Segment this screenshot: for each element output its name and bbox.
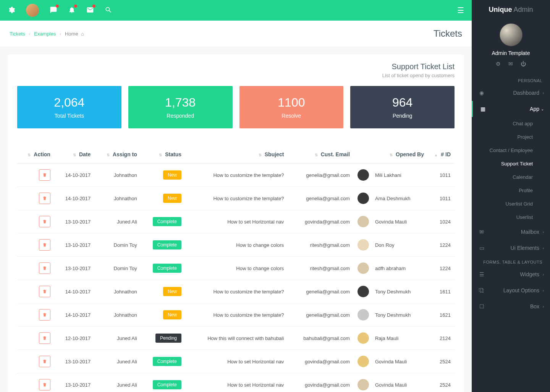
sort-icon: ⇅ — [159, 153, 162, 157]
user-avatar[interactable] — [26, 4, 39, 17]
stat-label: Total Tickets — [23, 113, 116, 119]
mail-icon[interactable] — [86, 6, 94, 15]
table-row: 1011Mili Lakhanigenelia@gmail.com?How to… — [17, 164, 455, 187]
subnav-item[interactable]: Contact / Employee — [472, 144, 550, 157]
notification-dot — [56, 5, 59, 8]
box-icon: ☐ — [478, 303, 485, 309]
cell-opener: Mili Lakhani — [354, 164, 428, 187]
delete-button[interactable] — [39, 286, 50, 297]
stat-value: 1,738 — [134, 96, 227, 110]
nav-widgets[interactable]: ‹ Widgets ☰ — [472, 266, 550, 282]
sidebar: Unique Admin Admin Template ⏻ ✉ ⚙ PERSON… — [472, 0, 550, 392]
subnav-item[interactable]: Project — [472, 130, 550, 144]
mail-icon[interactable]: ✉ — [508, 61, 513, 67]
column-header[interactable]: Date ⇅ — [54, 146, 94, 164]
table-row: 1024Govinda Mauligovinda@gmail.comHow to… — [17, 210, 455, 233]
chat-icon[interactable] — [50, 6, 57, 15]
avatar — [358, 379, 369, 390]
menu-toggle-icon[interactable]: ☰ — [457, 6, 464, 15]
notification-dot — [74, 5, 77, 8]
cell-id: 2124 — [428, 327, 455, 350]
cell-opener: Govinda Mauli — [354, 350, 428, 373]
delete-button[interactable] — [39, 356, 50, 367]
cell-assign: Johnathon — [94, 187, 141, 210]
subnav-item[interactable]: Userlist — [472, 211, 550, 224]
column-header[interactable]: Opened By ⇅ — [354, 146, 428, 164]
subnav-item[interactable]: Userlist Grid — [472, 197, 550, 211]
table-row: 1611Tony Deshmukhgenelia@gmail.com?How t… — [17, 280, 455, 303]
delete-button[interactable] — [39, 216, 50, 227]
profile-avatar[interactable] — [500, 23, 522, 46]
cell-date: 14-10-2017 — [54, 280, 94, 303]
list-icon: ☰ — [478, 271, 485, 277]
nav-layout-options[interactable]: ‹ Layout Options ⿻ — [472, 282, 550, 298]
main-content: ☰ Tickets Tickets ‹ Examples ‹ Home ⌂ Su… — [0, 0, 472, 392]
card-title: Support Ticket List — [17, 62, 455, 71]
avatar — [358, 286, 369, 297]
delete-button[interactable] — [39, 332, 50, 344]
cell-subject: How to set Horizontal nav — [185, 373, 288, 392]
column-header[interactable]: Status ⇅ — [141, 146, 185, 164]
delete-button[interactable] — [39, 239, 50, 251]
column-header[interactable]: Action ⇅ — [17, 146, 54, 164]
nav-dashboard[interactable]: ‹ Dashboard ◉ — [472, 85, 550, 101]
nav-box[interactable]: ‹ Box ☐ — [472, 298, 550, 314]
stat-card: 2,064Total Tickets — [17, 86, 121, 128]
nav-app[interactable]: ⌄ App ▦ — [472, 101, 550, 117]
brand[interactable]: Unique Admin — [472, 0, 550, 19]
breadcrumb: Tickets ‹ Examples ‹ Home ⌂ — [10, 31, 84, 37]
subnav-item[interactable]: Chat app — [472, 117, 550, 130]
cell-assign: Domin Toy — [94, 233, 141, 257]
cell-action — [17, 327, 54, 350]
cell-assign: Johnathon — [94, 303, 141, 327]
search-icon[interactable] — [105, 6, 112, 15]
cell-id: 1621 — [428, 303, 455, 327]
cell-action — [17, 303, 54, 327]
breadcrumb-link[interactable]: Tickets — [10, 31, 25, 37]
subnav-item[interactable]: Support Ticket — [472, 157, 550, 170]
cell-opener: Ama Deshmukh — [354, 187, 428, 210]
avatar — [358, 239, 369, 251]
gear-icon[interactable] — [8, 6, 15, 15]
delete-button[interactable] — [39, 169, 50, 181]
power-icon[interactable]: ⏻ — [521, 61, 526, 67]
avatar — [358, 216, 369, 227]
nav-mailbox[interactable]: ‹ Mailbox ✉ — [472, 224, 550, 240]
cell-status: Complete — [141, 350, 185, 373]
grid-icon: ▦ — [479, 106, 487, 112]
nav-ui-elements[interactable]: ‹ Ui Elements ▭ — [472, 240, 550, 256]
subnav-item[interactable]: Profile — [472, 184, 550, 197]
avatar — [358, 169, 369, 181]
table-row: 2524Govinda Mauligovinda@gmail.comHow to… — [17, 373, 455, 392]
cell-email: govinda@gmail.com — [288, 350, 354, 373]
delete-button[interactable] — [39, 262, 50, 274]
gear-icon[interactable]: ⚙ — [496, 61, 501, 67]
status-badge: New — [163, 310, 181, 319]
column-header[interactable]: Sbuject ⇅ — [185, 146, 288, 164]
chevron-left-icon: ‹ — [539, 230, 544, 234]
delete-button[interactable] — [39, 379, 50, 390]
cell-assign: Domin Toy — [94, 257, 141, 280]
cell-email: genelia@gmail.com — [288, 303, 354, 327]
delete-button[interactable] — [39, 309, 50, 321]
sort-icon: ⇅ — [259, 153, 262, 157]
cell-opener: adfh abraham — [354, 257, 428, 280]
breadcrumb-link[interactable]: Examples — [34, 31, 56, 37]
subnav-item[interactable]: Calendar — [472, 170, 550, 184]
cell-subject: ?How to customize the template — [185, 280, 288, 303]
cell-email: ritesh@gmail.com — [288, 233, 354, 257]
cell-subject: ?How to customize the template — [185, 187, 288, 210]
column-header[interactable]: Cust. Email ⇅ — [288, 146, 354, 164]
cell-action — [17, 210, 54, 233]
cell-email: ritesh@gmail.com — [288, 257, 354, 280]
cell-id: 1024 — [428, 210, 455, 233]
table-row: 1224Don Royritesh@gmail.comHow to change… — [17, 233, 455, 257]
cell-action — [17, 350, 54, 373]
section-personal: PERSONAL — [472, 75, 550, 85]
cell-assign: Juned Ali — [94, 350, 141, 373]
bell-icon[interactable] — [68, 6, 76, 15]
sort-icon: ⇅ — [73, 153, 76, 157]
column-header[interactable]: Assign to ⇅ — [94, 146, 141, 164]
delete-button[interactable] — [39, 193, 50, 204]
column-header[interactable]: ID # ▲ — [428, 146, 455, 164]
